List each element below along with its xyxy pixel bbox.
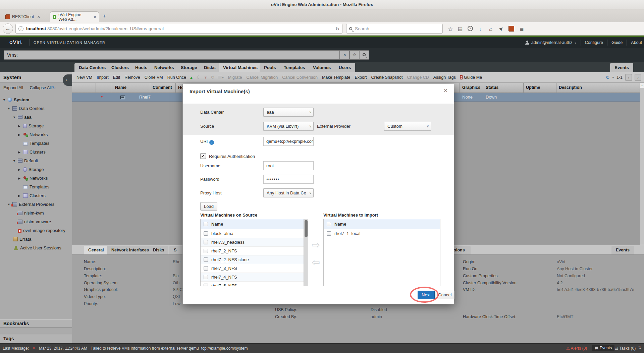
cancel-migration-button[interactable]: Cancel Migration [247,75,278,80]
events-badge[interactable]: ▤ Events [592,345,614,351]
tab-pools[interactable]: Pools [260,63,280,72]
expand-all-link[interactable]: Expand All [3,85,23,90]
tree-item-storage[interactable]: ▶Storage [0,122,72,130]
row-checkbox[interactable] [204,231,208,236]
scroll-up-icon[interactable]: ▴ [640,83,644,88]
change-cd-button[interactable]: Change CD [407,75,429,80]
user-menu[interactable]: admin@internal-authz [531,40,572,45]
uri-input[interactable]: qemu+tcp://expmple.cor [263,137,314,146]
tree-expander[interactable]: ▼ [13,157,17,165]
row-checkbox[interactable] [204,240,208,244]
tasks-badge[interactable]: ▤ Tasks (0) [614,346,636,351]
select-all-checkbox[interactable] [327,222,331,226]
tree-item-clusters[interactable]: ▶Clusters [0,148,72,157]
list-scrollbar[interactable] [304,219,308,286]
new-vm-button[interactable]: New VM [76,75,92,80]
guide-link[interactable]: Guide [611,40,623,45]
browser-tab-restclient[interactable]: RESTClient × [3,11,49,22]
data-center-select[interactable]: aaa ∨ [263,108,314,117]
reload-icon[interactable]: ↻ [335,26,339,32]
migrate-button[interactable]: Migrate [228,75,242,80]
edit-button[interactable]: Edit [113,75,120,80]
restclient-addon-icon[interactable] [508,26,514,32]
subtab-disks[interactable]: Disks [149,246,168,254]
column-uptime[interactable]: Uptime [526,85,540,90]
list-item[interactable]: rhel7_2_NFS [201,247,308,255]
tree-item-storage[interactable]: ▶Storage [0,165,72,174]
row-checkbox[interactable] [204,275,208,279]
vms-search-input[interactable]: Vms: [4,50,340,60]
tab-users[interactable]: Users [334,63,355,72]
prev-page-button[interactable]: ‹ [625,74,632,81]
subtab-general[interactable]: General [84,246,108,254]
configure-link[interactable]: Configure [585,40,603,45]
tree-expander[interactable]: ▶ [18,122,23,130]
tree-item-system[interactable]: ▼System [0,96,72,104]
tree-expander[interactable]: ▶ [18,191,23,200]
statusbar-toggle-icon[interactable]: ⇅ [638,346,641,350]
collapse-all-link[interactable]: Collapse All [30,85,52,90]
close-icon[interactable]: × [444,87,447,94]
tab-hosts[interactable]: Hosts [131,63,152,72]
row-checkbox[interactable] [204,266,208,271]
site-info-icon[interactable]: i [18,26,23,31]
username-input[interactable]: root [263,161,314,170]
tree-item-networks[interactable]: ▶Networks [0,130,72,139]
list-item[interactable]: rhel7_5_NFS [201,282,308,286]
tab-virtual-machines[interactable]: Virtual Machines [219,63,262,72]
tree-item-default[interactable]: ▼Default [0,157,72,165]
back-button[interactable]: ← [3,23,13,34]
tree-item-nisim-vmware[interactable]: nisim-vmware [0,218,72,226]
row-checkbox[interactable] [204,284,208,286]
tree-item-networks[interactable]: ▶Networks [0,174,72,183]
tree-expander[interactable]: ▶ [18,130,23,139]
tree-expander[interactable]: ▶ [18,174,23,183]
row-checkbox[interactable] [204,249,208,253]
remove-button[interactable]: Remove [124,75,140,80]
cancel-conversion-button[interactable]: Cancel Conversion [282,75,318,80]
tree-expander[interactable]: ▼ [7,104,12,113]
tree-item-ovirt-image-repository[interactable]: ovirt-image-repository [0,226,72,235]
grid-refresh-icon[interactable]: ↻ [606,75,610,80]
column-description[interactable]: Description [559,85,582,90]
run-once-button[interactable]: Run Once [167,75,186,80]
clear-search-button[interactable]: × [340,50,350,60]
tree-expander[interactable]: ▶ [18,165,23,174]
close-tab-icon[interactable]: × [37,14,40,19]
tab-storage[interactable]: Storage [176,63,201,72]
tree-item-active-user-sessions[interactable]: Active User Sessions [0,244,72,252]
make-template-button[interactable]: Make Template [322,75,351,80]
subtab-events[interactable]: Events [611,246,634,254]
column-name[interactable]: Name [115,85,126,90]
url-bar[interactable]: i localhost:8080/ovirt-engine/webadmin/?… [15,24,342,34]
create-snapshot-button[interactable]: Create Snapshot [371,75,403,80]
alerts-badge[interactable]: ⚠ Alerts (0) [566,346,587,351]
list-item[interactable]: rhel7_3_NFS [201,264,308,273]
list-item[interactable]: rhel7_2_NFS-clone [201,255,308,264]
reading-list-icon[interactable]: ▤ [458,26,463,32]
scrollbar-thumb[interactable] [305,220,308,237]
column-status[interactable]: Status [486,85,498,90]
close-tab-icon[interactable]: × [94,14,96,20]
list-item[interactable]: rhel7_1_local [324,229,440,238]
row-checkbox[interactable] [327,231,331,236]
tree-expander[interactable]: ▼ [3,96,7,104]
clone-vm-button[interactable]: Clone VM [145,75,163,80]
subtab-network-interfaces[interactable]: Network Interfaces [107,246,153,254]
home-icon[interactable]: ⌂ [489,26,492,33]
bookmark-star-icon[interactable]: ☆ [448,26,453,33]
assign-tags-button[interactable]: Assign Tags [433,75,456,80]
column-comment[interactable]: Comment [153,85,172,90]
tab-disks[interactable]: Disks [200,63,220,72]
new-tab-button[interactable]: + [103,13,106,19]
tree-item-data-centers[interactable]: ▼Data Centers [0,104,72,113]
requires-auth-checkbox[interactable]: ✔ [200,153,206,159]
select-all-checkbox[interactable] [204,222,208,226]
tree-item-aaa[interactable]: ▼aaa [0,113,72,122]
tags-section[interactable]: Tags [0,334,72,343]
tree-item-templates[interactable]: Templates [0,139,72,148]
load-button[interactable]: Load [200,202,217,211]
about-link[interactable]: About [631,40,642,45]
tab-networks[interactable]: Networks [150,63,178,72]
export-button[interactable]: Export [355,75,367,80]
